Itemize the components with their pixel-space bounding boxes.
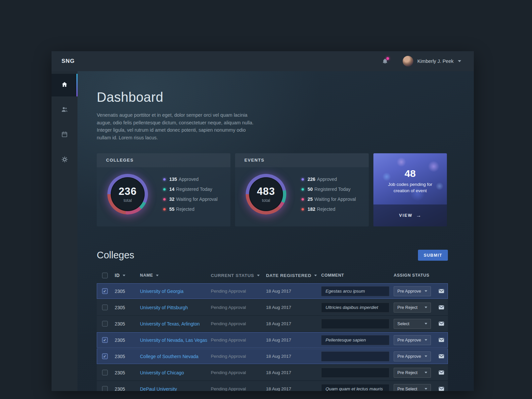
column-header-id[interactable]: ID bbox=[113, 273, 138, 278]
college-name-link[interactable]: University of Pittsburgh bbox=[140, 305, 188, 310]
sort-caret-icon bbox=[123, 275, 125, 276]
college-name-link[interactable]: DePaul University bbox=[140, 386, 177, 391]
table-row: ✓2305University of Nevada, Las VegasPend… bbox=[97, 332, 448, 348]
column-header-comment: COMMENT bbox=[320, 273, 393, 278]
college-name-link[interactable]: University of Chicago bbox=[140, 370, 184, 375]
legend-item: 32Waiting for Approval bbox=[163, 197, 217, 202]
comment-input[interactable] bbox=[321, 384, 389, 391]
arrow-right-icon: → bbox=[416, 212, 421, 218]
user-menu-chevron-down-icon[interactable] bbox=[458, 60, 461, 62]
row-checkbox[interactable] bbox=[102, 386, 108, 391]
mail-icon[interactable] bbox=[438, 321, 445, 327]
table-body: ✓2305University of GeorgiaPending Approv… bbox=[97, 283, 448, 391]
chevron-down-icon bbox=[425, 372, 427, 373]
legend-dot-icon bbox=[302, 208, 304, 210]
row-date: 18 Aug 2017 bbox=[264, 321, 320, 326]
select-all-checkbox[interactable] bbox=[102, 273, 108, 278]
row-id: 2305 bbox=[113, 305, 138, 310]
comment-input[interactable] bbox=[321, 303, 389, 313]
assign-status-dropdown[interactable]: Pre Approve bbox=[394, 351, 431, 361]
topbar: SNG Kimberly J. Peek bbox=[52, 51, 474, 71]
users-icon bbox=[61, 106, 68, 114]
row-checkbox[interactable] bbox=[102, 370, 108, 375]
assign-status-dropdown[interactable]: Pre Reject bbox=[394, 368, 431, 378]
mail-icon[interactable] bbox=[438, 369, 445, 376]
assign-status-dropdown[interactable]: Pre Select bbox=[394, 384, 431, 391]
sidebar-item-users[interactable] bbox=[52, 99, 77, 121]
legend-item: 50Registered Today bbox=[302, 187, 356, 192]
column-header-name[interactable]: NAME bbox=[138, 273, 209, 278]
assign-status-dropdown[interactable]: Pre Approve bbox=[394, 286, 431, 296]
sidebar-item-settings[interactable] bbox=[52, 149, 77, 171]
assign-status-dropdown[interactable]: Pre Approve bbox=[394, 335, 431, 345]
colleges-stat-card: COLLEGES 236 total 135Approved14Register… bbox=[97, 153, 230, 226]
submit-button[interactable]: SUBMIT bbox=[418, 250, 448, 261]
sidebar-item-calendar[interactable] bbox=[52, 124, 77, 146]
college-name-link[interactable]: University of Texas, Arlington bbox=[140, 321, 200, 327]
table-row: 2305University of Texas, ArlingtonPendin… bbox=[97, 316, 448, 332]
row-checkbox[interactable]: ✓ bbox=[102, 288, 108, 294]
colleges-total: 236 bbox=[119, 186, 137, 198]
card-title: COLLEGES bbox=[97, 153, 230, 167]
row-status: Pending Approval bbox=[209, 321, 264, 326]
row-id: 2305 bbox=[113, 289, 138, 294]
row-date: 18 Aug 2017 bbox=[264, 289, 320, 294]
column-header-current-status[interactable]: CURRENT STATUS bbox=[209, 273, 264, 278]
mail-icon[interactable] bbox=[438, 353, 445, 359]
mail-icon[interactable] bbox=[438, 337, 445, 343]
colleges-donut-chart: 236 total bbox=[107, 174, 148, 214]
card-title: EVENTS bbox=[235, 153, 369, 167]
row-id: 2305 bbox=[113, 321, 138, 327]
mail-icon[interactable] bbox=[438, 304, 445, 311]
events-donut-chart: 483 total bbox=[246, 174, 286, 214]
row-status: Pending Approval bbox=[209, 370, 264, 375]
comment-input[interactable] bbox=[321, 368, 389, 378]
chevron-down-icon bbox=[425, 290, 427, 292]
college-name-link[interactable]: University of Georgia bbox=[140, 289, 184, 294]
comment-input[interactable] bbox=[321, 351, 389, 361]
row-status: Pending Approval bbox=[209, 386, 264, 391]
page-title: Dashboard bbox=[97, 90, 448, 105]
legend-item: 182Rejected bbox=[302, 206, 356, 212]
row-checkbox[interactable] bbox=[102, 321, 108, 327]
legend-item: 14Registered Today bbox=[163, 187, 217, 192]
row-status: Pending Approval bbox=[209, 289, 264, 294]
college-name-link[interactable]: University of Nevada, Las Vegas bbox=[140, 337, 207, 343]
user-name[interactable]: Kimberly J. Peek bbox=[417, 59, 454, 64]
notifications-bell-icon[interactable] bbox=[382, 58, 388, 64]
college-name-link[interactable]: College of Southern Nevada bbox=[140, 354, 199, 359]
mail-icon[interactable] bbox=[438, 386, 445, 391]
home-icon bbox=[61, 81, 68, 89]
legend-dot-icon bbox=[302, 178, 304, 181]
events-total: 483 bbox=[257, 186, 275, 198]
row-status: Pending Approval bbox=[209, 354, 264, 359]
table-row: 2305University of PittsburghPending Appr… bbox=[97, 300, 448, 315]
legend-item: 25Waiting for Approval bbox=[302, 197, 356, 202]
legend-dot-icon bbox=[302, 198, 304, 200]
colleges-table: ID NAME CURRENT STATUS DATE REGISTERED C… bbox=[97, 269, 448, 391]
assign-status-dropdown[interactable]: Select bbox=[394, 319, 431, 329]
notification-dot bbox=[386, 57, 389, 60]
assign-status-dropdown[interactable]: Pre Reject bbox=[394, 303, 431, 313]
colleges-section-title: Colleges bbox=[97, 250, 134, 261]
sort-caret-icon bbox=[257, 275, 260, 276]
sidebar bbox=[52, 71, 77, 391]
row-status: Pending Approval bbox=[209, 337, 264, 342]
comment-input[interactable] bbox=[321, 335, 389, 345]
row-id: 2305 bbox=[113, 354, 138, 359]
comment-input[interactable] bbox=[321, 286, 389, 296]
sidebar-item-home[interactable] bbox=[52, 74, 77, 96]
mail-icon[interactable] bbox=[438, 288, 445, 294]
view-button[interactable]: VIEW → bbox=[373, 204, 447, 226]
comment-input[interactable] bbox=[321, 319, 389, 329]
legend-dot-icon bbox=[163, 208, 166, 210]
user-avatar[interactable] bbox=[403, 56, 413, 66]
row-checkbox[interactable]: ✓ bbox=[102, 337, 108, 343]
column-header-date-registered[interactable]: DATE REGISTERED bbox=[264, 273, 320, 278]
job-codes-card: 48 Job codes pending for creation of eve… bbox=[373, 153, 447, 226]
row-date: 18 Aug 2017 bbox=[264, 354, 320, 359]
row-checkbox[interactable]: ✓ bbox=[102, 353, 108, 359]
legend-dot-icon bbox=[163, 188, 166, 191]
events-stat-card: EVENTS 483 total 226Approved50Registered… bbox=[235, 153, 369, 226]
row-checkbox[interactable] bbox=[102, 305, 108, 310]
